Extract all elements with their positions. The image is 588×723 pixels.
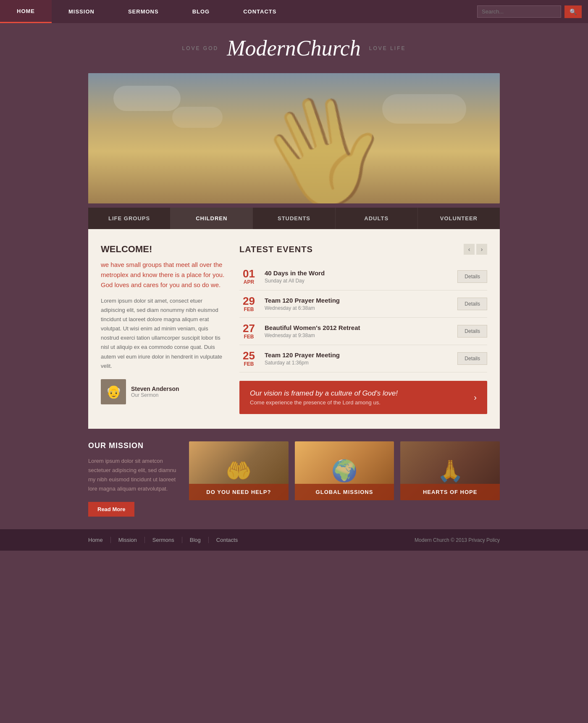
footer-inner: Home Mission Sermons Blog Contacts Moder…: [88, 537, 500, 543]
pastor-name: Steven Anderson: [131, 385, 179, 392]
event-title-0: 40 Days in the Word: [265, 269, 451, 277]
footer-link-mission[interactable]: Mission: [111, 537, 145, 543]
events-next-button[interactable]: ›: [476, 244, 487, 255]
footer-link-home[interactable]: Home: [88, 537, 111, 543]
nav-item-sermons[interactable]: SERMONS: [111, 0, 176, 23]
help-icon: 🤲: [226, 459, 252, 483]
event-day-2: 27: [239, 323, 258, 334]
search-input[interactable]: [477, 5, 561, 18]
event-day-1: 29: [239, 296, 258, 306]
pastor-row: 👴 Steven Anderson Our Sermon: [101, 379, 227, 404]
event-month-1: FEB: [239, 306, 258, 312]
event-row: 29 FEB Team 120 Prayer Meeting Wednesday…: [239, 290, 487, 318]
nav-item-mission[interactable]: MISSION: [52, 0, 111, 23]
vision-banner: Our vision is framed by a culture of God…: [239, 381, 487, 414]
tagline-right: LOVE LIFE: [369, 45, 406, 51]
footer-link-blog[interactable]: Blog: [182, 537, 209, 543]
events-title: LATEST EVENTS: [239, 245, 313, 254]
section-tabs: LIFE GROUPS CHILDREN STUDENTS ADULTS VOL…: [88, 208, 500, 229]
nav-links: HOME MISSION SERMONS BLOG CONTACTS: [0, 0, 471, 23]
search-button[interactable]: 🔍: [564, 5, 582, 18]
nav-search-area: 🔍: [471, 0, 588, 23]
welcome-column: WELCOME! we have small groups that meet …: [101, 244, 227, 414]
nav-item-blog[interactable]: BLOG: [176, 0, 227, 23]
mission-card-2[interactable]: 🙏 HEARTS OF HOPE: [400, 441, 500, 500]
vision-text: Our vision is framed by a culture of God…: [250, 389, 398, 406]
event-date-0: 01 APR: [239, 268, 258, 285]
events-column: LATEST EVENTS ‹ › 01 APR 40 Days in the …: [239, 244, 487, 414]
mission-card-label-1: GLOBAL MISSIONS: [295, 484, 394, 500]
event-title-2: Beautiful Women's 2012 Retreat: [265, 324, 451, 331]
event-row: 01 APR 40 Days in the Word Sunday at All…: [239, 263, 487, 290]
event-row: 27 FEB Beautiful Women's 2012 Retreat We…: [239, 318, 487, 345]
pastor-avatar: 👴: [101, 379, 126, 404]
mission-card-label-0: DO YOU NEED HELP?: [189, 484, 289, 500]
tagline-left: LOVE GOD: [182, 45, 218, 51]
mission-cards: 🤲 DO YOU NEED HELP? 🌍 GLOBAL MISSIONS 🙏 …: [189, 441, 500, 500]
read-more-button[interactable]: Read More: [88, 502, 134, 517]
tab-children[interactable]: CHILDREN: [171, 208, 253, 229]
event-title-3: Team 120 Prayer Meeting: [265, 351, 451, 359]
event-info-2: Beautiful Women's 2012 Retreat Wednesday…: [265, 324, 451, 338]
hero-image: 🖐: [88, 73, 500, 203]
vision-main: Our vision is framed by a culture of God…: [250, 389, 398, 398]
mission-card-0[interactable]: 🤲 DO YOU NEED HELP?: [189, 441, 289, 500]
welcome-body: Lorem ipsum dolor sit amet, consect etue…: [101, 296, 227, 371]
mission-text-column: OUR MISSION Lorem ipsum dolor sit ametco…: [88, 441, 181, 517]
pastor-info: Steven Anderson Our Sermon: [131, 385, 179, 398]
site-logo: ModernChurch: [227, 36, 361, 61]
event-details-button-1[interactable]: Details: [457, 298, 487, 310]
event-date-3: 25 FEB: [239, 350, 258, 367]
event-details-button-2[interactable]: Details: [457, 325, 487, 338]
events-navigation: ‹ ›: [464, 244, 487, 255]
event-info-1: Team 120 Prayer Meeting Wednesday at 6:3…: [265, 297, 451, 311]
event-info-3: Team 120 Prayer Meeting Saturday at 1:36…: [265, 351, 451, 366]
hearts-icon: 🙏: [437, 459, 463, 483]
tab-life-groups[interactable]: LIFE GROUPS: [88, 208, 171, 229]
event-row: 25 FEB Team 120 Prayer Meeting Saturday …: [239, 345, 487, 372]
event-month-0: APR: [239, 279, 258, 285]
event-time-0: Sunday at All Day: [265, 278, 451, 284]
event-time-3: Saturday at 1:36pm: [265, 360, 451, 366]
pastor-title: Our Sermon: [131, 392, 179, 398]
welcome-title: WELCOME!: [101, 244, 227, 255]
event-title-1: Team 120 Prayer Meeting: [265, 297, 451, 304]
mission-section: OUR MISSION Lorem ipsum dolor sit ametco…: [88, 441, 500, 517]
nav-item-contacts[interactable]: CONTACTS: [226, 0, 293, 23]
main-nav: HOME MISSION SERMONS BLOG CONTACTS 🔍: [0, 0, 588, 23]
event-info-0: 40 Days in the Word Sunday at All Day: [265, 269, 451, 284]
vision-arrow-icon[interactable]: ›: [474, 393, 477, 402]
site-footer: Home Mission Sermons Blog Contacts Moder…: [0, 529, 588, 551]
event-time-2: Wednesday at 9:38am: [265, 332, 451, 338]
footer-copyright: Modern Church © 2013 Privacy Policy: [415, 537, 500, 543]
event-date-1: 29 FEB: [239, 296, 258, 312]
mission-title: OUR MISSION: [88, 441, 181, 450]
mission-body: Lorem ipsum dolor sit ametcon sectetuer …: [88, 456, 181, 493]
mission-card-1[interactable]: 🌍 GLOBAL MISSIONS: [295, 441, 394, 500]
footer-links: Home Mission Sermons Blog Contacts: [88, 537, 245, 543]
event-date-2: 27 FEB: [239, 323, 258, 340]
tab-adults[interactable]: ADULTS: [336, 208, 418, 229]
global-icon: 🌍: [331, 459, 357, 483]
footer-link-contacts[interactable]: Contacts: [209, 537, 245, 543]
site-header: LOVE GOD ModernChurch LOVE LIFE: [0, 23, 588, 69]
event-day-0: 01: [239, 268, 258, 279]
mission-card-label-2: HEARTS OF HOPE: [400, 484, 500, 500]
event-month-2: FEB: [239, 334, 258, 340]
vision-sub: Come experience the presence of the Lord…: [250, 399, 398, 406]
welcome-highlight: we have small groups that meet all over …: [101, 260, 227, 290]
event-time-1: Wednesday at 6:38am: [265, 305, 451, 311]
tab-students[interactable]: STUDENTS: [253, 208, 335, 229]
footer-link-sermons[interactable]: Sermons: [145, 537, 182, 543]
event-day-3: 25: [239, 350, 258, 361]
event-month-3: FEB: [239, 361, 258, 367]
event-details-button-3[interactable]: Details: [457, 352, 487, 365]
tab-volunteer[interactable]: VOLUNTEER: [418, 208, 500, 229]
events-header: LATEST EVENTS ‹ ›: [239, 244, 487, 255]
event-details-button-0[interactable]: Details: [457, 270, 487, 283]
events-prev-button[interactable]: ‹: [464, 244, 475, 255]
nav-item-home[interactable]: HOME: [0, 0, 52, 23]
main-content: WELCOME! we have small groups that meet …: [88, 229, 500, 429]
